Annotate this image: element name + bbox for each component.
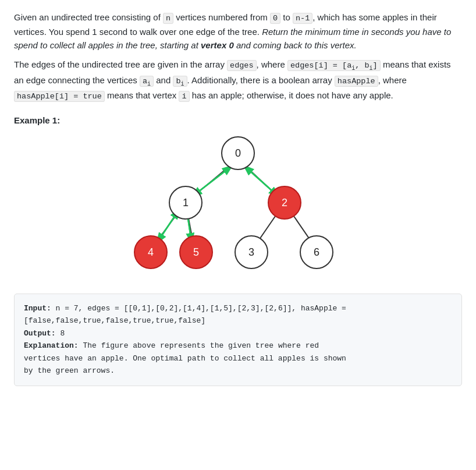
problem-description: Given an undirected tree consisting of n… (14, 10, 462, 103)
example-label: Example 1: (14, 114, 462, 127)
node-0-label: 0 (235, 147, 241, 159)
hasapple-i-code: hasApple[i] = true (14, 91, 105, 102)
input-label: Input: (24, 304, 51, 313)
hasapple-code: hasApple (335, 76, 378, 87)
node-5-label: 5 (193, 246, 199, 258)
n1-code: n-1 (293, 13, 312, 24)
i-code: i (179, 91, 189, 102)
node-1-label: 1 (183, 197, 189, 209)
ai-code: ai (140, 76, 154, 87)
node-4-label: 4 (148, 246, 154, 258)
n-code: n (163, 13, 173, 24)
node-3-label: 3 (248, 246, 254, 258)
edges-code: edges (227, 60, 257, 71)
bi-code: bi (173, 76, 187, 87)
explanation-label: Explanation: (24, 341, 79, 350)
problem-para1: Given an undirected tree consisting of n… (14, 10, 462, 52)
problem-para2: The edges of the undirected tree are giv… (14, 58, 462, 103)
edges-i-code: edges[i] = [ai, bi] (287, 60, 381, 71)
output-label: Output: (24, 329, 56, 338)
zero-code: 0 (270, 13, 280, 24)
example-input-box: Input: n = 7, edges = [[0,1],[0,2],[1,4]… (14, 294, 462, 386)
tree-svg: 0 1 2 4 5 3 6 (110, 133, 366, 281)
node-2-label: 2 (282, 197, 287, 209)
tree-diagram: 0 1 2 4 5 3 6 (14, 133, 462, 284)
node-6-label: 6 (314, 246, 319, 258)
arrow-1-to-0 (193, 167, 231, 196)
